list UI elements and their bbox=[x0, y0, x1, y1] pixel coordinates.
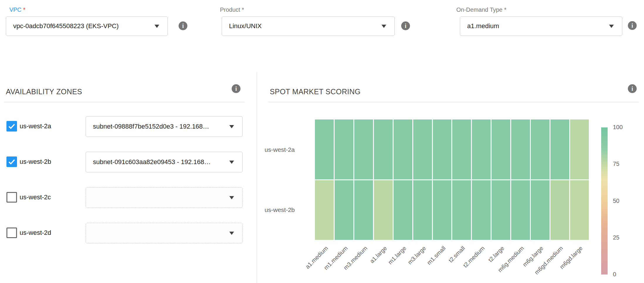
heatmap-cell bbox=[354, 180, 373, 240]
dropdown-caret-icon bbox=[609, 25, 614, 28]
heatmap-cell bbox=[550, 119, 569, 179]
heatmap-cell bbox=[531, 119, 550, 179]
heatmap-cell bbox=[335, 180, 353, 240]
product-select-value: Linux/UNIX bbox=[229, 22, 262, 30]
colorbar-tick-label: 50 bbox=[613, 198, 619, 204]
heatmap-cell bbox=[413, 119, 432, 179]
colorbar-ticks: 1007550250 bbox=[613, 127, 633, 274]
az-zone-label: us-west-2c bbox=[20, 193, 51, 201]
az-zone-label: us-west-2a bbox=[20, 122, 51, 130]
heatmap-cell bbox=[531, 180, 550, 240]
heatmap-cell bbox=[452, 119, 471, 179]
spot-market-divider bbox=[268, 102, 639, 102]
heatmap-cell bbox=[550, 180, 569, 240]
subnet-select[interactable]: subnet-091c603aa82e09453 - 192.168… bbox=[86, 152, 243, 172]
vpc-select[interactable]: vpc-0adcb70f645508223 (EKS-VPC) bbox=[6, 16, 168, 36]
colorbar bbox=[601, 127, 608, 274]
heatmap-cell bbox=[472, 119, 491, 179]
vpc-info-icon[interactable]: i bbox=[179, 21, 187, 30]
heatmap-cell bbox=[492, 119, 510, 179]
heatmap-cell bbox=[570, 180, 589, 240]
heatmap-cell bbox=[315, 180, 334, 240]
heatmap-cell bbox=[472, 180, 491, 240]
subnet-select[interactable] bbox=[86, 223, 243, 243]
heatmap-grid bbox=[315, 119, 589, 240]
heatmap-y-label: us-west-2b bbox=[265, 206, 295, 213]
heatmap-y-label: us-west-2a bbox=[265, 146, 295, 153]
colorbar-tick-label: 25 bbox=[613, 234, 619, 241]
colorbar-tick-label: 100 bbox=[613, 124, 623, 131]
on-demand-type-select-value: a1.medium bbox=[467, 22, 499, 30]
product-required-asterisk: * bbox=[242, 6, 244, 13]
heatmap-cell bbox=[394, 119, 412, 179]
on-demand-type-field-label: On-Demand Type * bbox=[456, 6, 506, 13]
vpc-required-asterisk: * bbox=[23, 6, 26, 13]
subnet-select[interactable] bbox=[86, 187, 243, 208]
heatmap-cell bbox=[511, 180, 530, 240]
az-checkbox[interactable] bbox=[6, 156, 17, 167]
heatmap-cell bbox=[413, 180, 432, 240]
heatmap-cell bbox=[394, 180, 412, 240]
vpc-select-value: vpc-0adcb70f645508223 (EKS-VPC) bbox=[13, 22, 119, 30]
heatmap-cell bbox=[452, 180, 471, 240]
az-checkbox[interactable] bbox=[6, 192, 17, 203]
subnet-select-value: subnet-091c603aa82e09453 - 192.168… bbox=[93, 158, 211, 166]
checkmark-icon bbox=[7, 157, 16, 166]
az-checkbox[interactable] bbox=[6, 228, 17, 238]
heatmap-cell bbox=[354, 119, 373, 179]
availability-zones-info-icon[interactable]: i bbox=[232, 84, 240, 93]
az-row-us-west-2b: us-west-2b subnet-091c603aa82e09453 - 19… bbox=[0, 152, 255, 172]
colorbar-tick-label: 0 bbox=[613, 271, 616, 278]
on-demand-type-label-text: On-Demand Type bbox=[456, 6, 503, 13]
heatmap-cell bbox=[570, 119, 589, 179]
heatmap-cell bbox=[511, 119, 530, 179]
heatmap-cell bbox=[492, 180, 510, 240]
heatmap-y-axis: us-west-2aus-west-2b bbox=[227, 119, 295, 240]
product-info-icon[interactable]: i bbox=[401, 21, 410, 30]
az-checkbox[interactable] bbox=[6, 121, 17, 132]
availability-zones-divider bbox=[4, 102, 245, 102]
spot-market-info-icon[interactable]: i bbox=[628, 84, 637, 93]
az-row-us-west-2a: us-west-2a subnet-09888f7be5152d0e3 - 19… bbox=[0, 116, 255, 137]
heatmap-cell bbox=[433, 119, 452, 179]
spot-market-scoring-title: SPOT MARKET SCORING bbox=[270, 87, 361, 96]
az-zone-label: us-west-2d bbox=[20, 229, 51, 237]
vpc-label-text: VPC bbox=[9, 6, 21, 13]
heatmap-cell bbox=[315, 119, 334, 179]
product-label-text: Product bbox=[220, 6, 240, 13]
product-field-label: Product * bbox=[220, 6, 244, 13]
colorbar-tick-label: 75 bbox=[613, 161, 619, 167]
on-demand-type-required-asterisk: * bbox=[504, 6, 506, 13]
on-demand-type-info-icon[interactable]: i bbox=[628, 21, 637, 30]
vpc-field-label: VPC * bbox=[9, 6, 25, 13]
heatmap-cell bbox=[433, 180, 452, 240]
heatmap-cell bbox=[374, 180, 393, 240]
heatmap-cell bbox=[374, 119, 393, 179]
heatmap-cell bbox=[335, 119, 353, 179]
product-select[interactable]: Linux/UNIX bbox=[222, 16, 395, 36]
subnet-select[interactable]: subnet-09888f7be5152d0e3 - 192.168… bbox=[86, 116, 243, 137]
subnet-select-value: subnet-09888f7be5152d0e3 - 192.168… bbox=[93, 123, 209, 130]
heatmap-x-axis: a1.mediumm1.mediumm3.mediuma1.largem1.la… bbox=[315, 240, 589, 283]
az-row-us-west-2c: us-west-2c bbox=[0, 187, 255, 208]
az-row-us-west-2d: us-west-2d bbox=[0, 223, 255, 243]
availability-zones-title: AVAILABILITY ZONES bbox=[6, 87, 82, 96]
az-zone-label: us-west-2b bbox=[20, 158, 51, 166]
on-demand-type-select[interactable]: a1.medium bbox=[460, 16, 622, 36]
dropdown-caret-icon bbox=[155, 25, 159, 28]
checkmark-icon bbox=[7, 122, 16, 131]
dropdown-caret-icon bbox=[382, 25, 386, 28]
